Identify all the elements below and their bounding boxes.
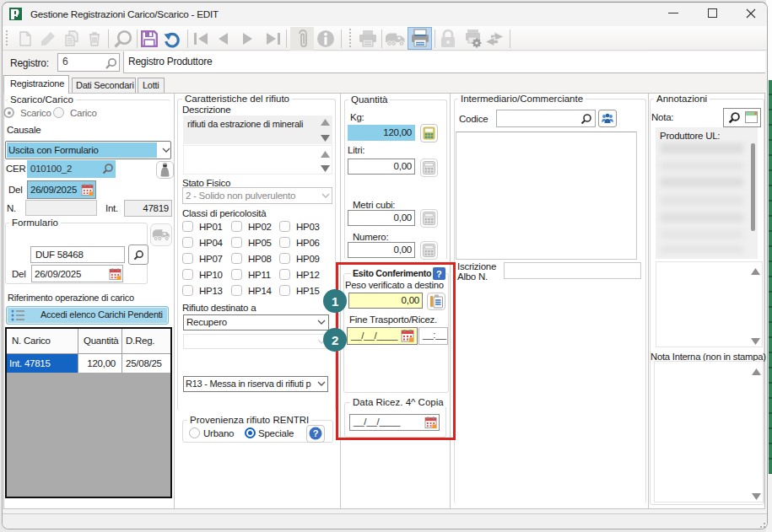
svg-text:?: ? xyxy=(313,428,319,438)
